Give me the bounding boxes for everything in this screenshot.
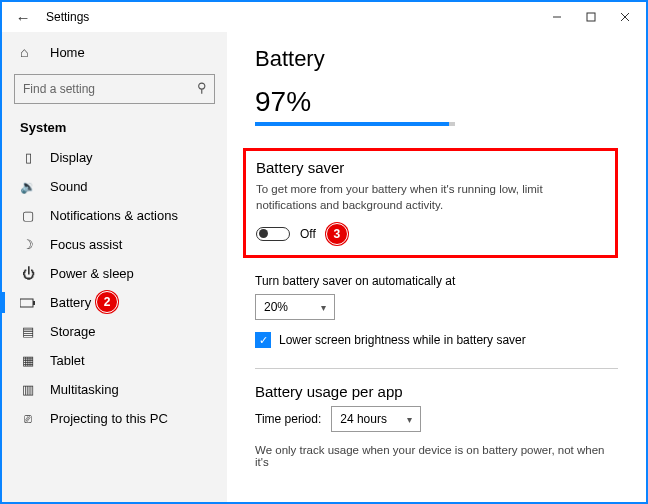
auto-on-label: Turn battery saver on automatically at	[255, 274, 618, 288]
sidebar-item-label: Battery	[50, 295, 91, 310]
sidebar-item-home[interactable]: ⌂ Home	[2, 36, 227, 68]
battery-progress-fill	[255, 122, 449, 126]
usage-heading: Battery usage per app	[255, 383, 618, 400]
sidebar-item-multitasking[interactable]: ▥ Multitasking	[2, 375, 227, 404]
sidebar: ⌂ Home ⚲ System ▯ Display 🔉 Sound ▢ Noti…	[2, 32, 227, 502]
maximize-button[interactable]	[574, 3, 608, 31]
battery-saver-description: To get more from your battery when it's …	[256, 182, 605, 213]
sidebar-item-projecting[interactable]: ⎚ Projecting to this PC	[2, 404, 227, 433]
sidebar-item-label: Power & sleep	[50, 266, 134, 281]
search-input[interactable]	[14, 74, 215, 104]
sidebar-item-battery[interactable]: Battery 2	[2, 288, 227, 317]
battery-saver-toggle[interactable]	[256, 227, 290, 241]
sidebar-item-label: Multitasking	[50, 382, 119, 397]
svg-rect-5	[33, 301, 35, 305]
brightness-checkbox[interactable]: ✓	[255, 332, 271, 348]
sidebar-item-display[interactable]: ▯ Display	[2, 143, 227, 172]
back-button[interactable]: ←	[14, 9, 32, 26]
sidebar-item-sound[interactable]: 🔉 Sound	[2, 172, 227, 201]
battery-saver-section: Battery saver To get more from your batt…	[243, 148, 618, 258]
annotation-badge-2: 2	[96, 291, 118, 313]
annotation-badge-3: 3	[326, 223, 348, 245]
battery-icon	[20, 298, 36, 308]
sidebar-item-label: Projecting to this PC	[50, 411, 168, 426]
close-button[interactable]	[608, 3, 642, 31]
sidebar-item-label: Storage	[50, 324, 96, 339]
time-period-value: 24 hours	[340, 412, 387, 426]
projecting-icon: ⎚	[20, 411, 36, 426]
svg-rect-4	[20, 299, 33, 307]
window-title: Settings	[46, 10, 89, 24]
brightness-label: Lower screen brightness while in battery…	[279, 333, 526, 347]
chevron-down-icon: ▾	[407, 414, 412, 425]
svg-rect-1	[587, 13, 595, 21]
page-title: Battery	[255, 46, 618, 72]
sidebar-item-power-sleep[interactable]: ⏻ Power & sleep	[2, 259, 227, 288]
storage-icon: ▤	[20, 324, 36, 339]
sidebar-group-system: System	[2, 114, 227, 143]
time-period-select[interactable]: 24 hours ▾	[331, 406, 421, 432]
battery-saver-heading: Battery saver	[256, 159, 605, 176]
time-period-label: Time period:	[255, 412, 321, 426]
divider	[255, 368, 618, 369]
power-icon: ⏻	[20, 266, 36, 281]
sidebar-item-notifications[interactable]: ▢ Notifications & actions	[2, 201, 227, 230]
battery-progress	[255, 122, 455, 126]
sidebar-item-label: Display	[50, 150, 93, 165]
tablet-icon: ▦	[20, 353, 36, 368]
sidebar-item-label: Sound	[50, 179, 88, 194]
sound-icon: 🔉	[20, 179, 36, 194]
multitasking-icon: ▥	[20, 382, 36, 397]
auto-on-value: 20%	[264, 300, 288, 314]
display-icon: ▯	[20, 150, 36, 165]
sidebar-item-tablet[interactable]: ▦ Tablet	[2, 346, 227, 375]
sidebar-item-label: Notifications & actions	[50, 208, 178, 223]
notifications-icon: ▢	[20, 208, 36, 223]
home-icon: ⌂	[20, 44, 36, 60]
usage-note: We only track usage when your device is …	[255, 444, 618, 468]
sidebar-item-focus-assist[interactable]: ☽ Focus assist	[2, 230, 227, 259]
sidebar-item-storage[interactable]: ▤ Storage	[2, 317, 227, 346]
auto-on-select[interactable]: 20% ▾	[255, 294, 335, 320]
sidebar-home-label: Home	[50, 45, 85, 60]
focus-assist-icon: ☽	[20, 237, 36, 252]
chevron-down-icon: ▾	[321, 302, 326, 313]
content-area: Battery 97% Battery saver To get more fr…	[227, 32, 646, 502]
battery-saver-toggle-state: Off	[300, 227, 316, 241]
minimize-button[interactable]	[540, 3, 574, 31]
titlebar: ← Settings	[2, 2, 646, 32]
sidebar-item-label: Tablet	[50, 353, 85, 368]
search-icon: ⚲	[197, 80, 207, 95]
battery-level-text: 97%	[255, 86, 618, 118]
sidebar-item-label: Focus assist	[50, 237, 122, 252]
